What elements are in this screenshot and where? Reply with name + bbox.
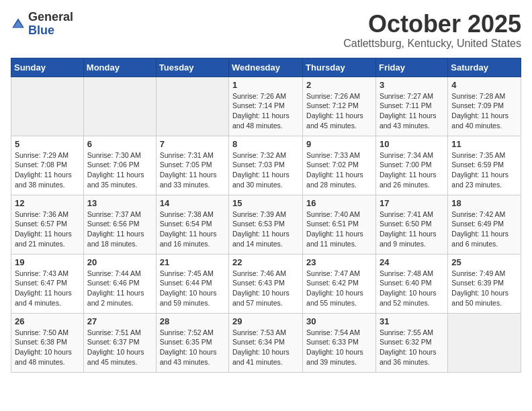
day-info: Sunrise: 7:53 AM Sunset: 6:34 PM Dayligh… [232,328,299,367]
day-number: 30 [306,316,372,326]
day-number: 10 [380,139,444,149]
calendar-cell: 27Sunrise: 7:51 AM Sunset: 6:37 PM Dayli… [83,313,156,372]
calendar-cell: 7Sunrise: 7:31 AM Sunset: 7:05 PM Daylig… [156,136,228,195]
logo-icon [11,17,26,32]
day-info: Sunrise: 7:47 AM Sunset: 6:42 PM Dayligh… [306,269,372,308]
logo-text-general: General [28,11,73,24]
calendar-cell: 5Sunrise: 7:29 AM Sunset: 7:08 PM Daylig… [11,136,84,195]
day-info: Sunrise: 7:39 AM Sunset: 6:53 PM Dayligh… [232,210,299,249]
day-number: 13 [87,198,152,208]
day-number: 3 [380,80,444,90]
day-info: Sunrise: 7:28 AM Sunset: 7:09 PM Dayligh… [451,91,517,131]
calendar-week-3: 12Sunrise: 7:36 AM Sunset: 6:57 PM Dayli… [11,195,521,254]
day-info: Sunrise: 7:44 AM Sunset: 6:46 PM Dayligh… [87,269,152,308]
calendar-cell [448,313,521,372]
day-number: 27 [87,316,152,326]
location-title: Catlettsburg, Kentucky, United States [343,38,521,50]
calendar-cell: 11Sunrise: 7:35 AM Sunset: 6:59 PM Dayli… [448,136,521,195]
day-info: Sunrise: 7:31 AM Sunset: 7:05 PM Dayligh… [160,150,225,190]
calendar-cell: 16Sunrise: 7:40 AM Sunset: 6:51 PM Dayli… [303,195,376,254]
day-info: Sunrise: 7:35 AM Sunset: 6:59 PM Dayligh… [451,150,517,190]
day-info: Sunrise: 7:29 AM Sunset: 7:08 PM Dayligh… [15,150,80,190]
day-info: Sunrise: 7:26 AM Sunset: 7:14 PM Dayligh… [232,91,299,131]
calendar-cell: 8Sunrise: 7:32 AM Sunset: 7:03 PM Daylig… [229,136,303,195]
day-number: 5 [15,139,80,149]
calendar-cell: 14Sunrise: 7:38 AM Sunset: 6:54 PM Dayli… [156,195,228,254]
calendar-cell: 3Sunrise: 7:27 AM Sunset: 7:11 PM Daylig… [375,77,447,136]
calendar-header-row: SundayMondayTuesdayWednesdayThursdayFrid… [11,58,521,77]
calendar-cell: 30Sunrise: 7:54 AM Sunset: 6:33 PM Dayli… [303,313,376,372]
day-info: Sunrise: 7:41 AM Sunset: 6:50 PM Dayligh… [380,210,444,249]
day-number: 24 [380,257,444,267]
calendar-cell: 24Sunrise: 7:48 AM Sunset: 6:40 PM Dayli… [375,254,447,313]
day-info: Sunrise: 7:50 AM Sunset: 6:38 PM Dayligh… [15,328,80,367]
day-number: 1 [232,80,299,90]
day-number: 19 [15,257,80,267]
page-header: General Blue October 2025 Catlettsburg, … [11,11,521,50]
day-info: Sunrise: 7:40 AM Sunset: 6:51 PM Dayligh… [306,210,372,249]
day-info: Sunrise: 7:51 AM Sunset: 6:37 PM Dayligh… [87,328,152,367]
calendar-cell: 13Sunrise: 7:37 AM Sunset: 6:56 PM Dayli… [83,195,156,254]
day-number: 12 [15,198,80,208]
day-number: 4 [451,80,517,90]
day-info: Sunrise: 7:49 AM Sunset: 6:39 PM Dayligh… [451,269,517,308]
header-day-monday: Monday [83,58,156,77]
day-info: Sunrise: 7:42 AM Sunset: 6:49 PM Dayligh… [451,210,517,249]
calendar-cell: 12Sunrise: 7:36 AM Sunset: 6:57 PM Dayli… [11,195,84,254]
calendar-week-4: 19Sunrise: 7:43 AM Sunset: 6:47 PM Dayli… [11,254,521,313]
day-number: 28 [160,316,225,326]
day-number: 21 [160,257,225,267]
day-number: 11 [451,139,517,149]
calendar-cell: 15Sunrise: 7:39 AM Sunset: 6:53 PM Dayli… [229,195,303,254]
header-day-friday: Friday [375,58,447,77]
calendar-cell: 2Sunrise: 7:26 AM Sunset: 7:12 PM Daylig… [303,77,376,136]
calendar-cell: 9Sunrise: 7:33 AM Sunset: 7:02 PM Daylig… [303,136,376,195]
day-info: Sunrise: 7:48 AM Sunset: 6:40 PM Dayligh… [380,269,444,308]
day-info: Sunrise: 7:30 AM Sunset: 7:06 PM Dayligh… [87,150,152,190]
calendar-cell: 26Sunrise: 7:50 AM Sunset: 6:38 PM Dayli… [11,313,84,372]
day-number: 2 [306,80,372,90]
day-number: 16 [306,198,372,208]
day-info: Sunrise: 7:33 AM Sunset: 7:02 PM Dayligh… [306,150,372,190]
calendar-cell [156,77,228,136]
day-number: 8 [232,139,299,149]
calendar-cell: 17Sunrise: 7:41 AM Sunset: 6:50 PM Dayli… [375,195,447,254]
calendar-week-5: 26Sunrise: 7:50 AM Sunset: 6:38 PM Dayli… [11,313,521,372]
calendar-week-1: 1Sunrise: 7:26 AM Sunset: 7:14 PM Daylig… [11,77,521,136]
title-block: October 2025 Catlettsburg, Kentucky, Uni… [343,11,521,50]
calendar-table: SundayMondayTuesdayWednesdayThursdayFrid… [11,58,521,373]
day-info: Sunrise: 7:52 AM Sunset: 6:35 PM Dayligh… [160,328,225,367]
day-number: 7 [160,139,225,149]
day-number: 26 [15,316,80,326]
calendar-cell: 29Sunrise: 7:53 AM Sunset: 6:34 PM Dayli… [229,313,303,372]
header-day-thursday: Thursday [303,58,376,77]
calendar-cell: 10Sunrise: 7:34 AM Sunset: 7:00 PM Dayli… [375,136,447,195]
calendar-cell: 25Sunrise: 7:49 AM Sunset: 6:39 PM Dayli… [448,254,521,313]
day-info: Sunrise: 7:34 AM Sunset: 7:00 PM Dayligh… [380,150,444,190]
calendar-cell: 6Sunrise: 7:30 AM Sunset: 7:06 PM Daylig… [83,136,156,195]
day-number: 15 [232,198,299,208]
header-day-wednesday: Wednesday [229,58,303,77]
day-number: 17 [380,198,444,208]
day-info: Sunrise: 7:38 AM Sunset: 6:54 PM Dayligh… [160,210,225,249]
day-info: Sunrise: 7:45 AM Sunset: 6:44 PM Dayligh… [160,269,225,308]
day-number: 22 [232,257,299,267]
day-info: Sunrise: 7:55 AM Sunset: 6:32 PM Dayligh… [380,328,444,367]
day-number: 18 [451,198,517,208]
calendar-week-2: 5Sunrise: 7:29 AM Sunset: 7:08 PM Daylig… [11,136,521,195]
calendar-cell: 1Sunrise: 7:26 AM Sunset: 7:14 PM Daylig… [229,77,303,136]
day-number: 23 [306,257,372,267]
month-title: October 2025 [343,11,521,38]
calendar-cell [83,77,156,136]
logo: General Blue [11,11,73,38]
day-number: 14 [160,198,225,208]
day-info: Sunrise: 7:27 AM Sunset: 7:11 PM Dayligh… [380,91,444,131]
calendar-cell: 18Sunrise: 7:42 AM Sunset: 6:49 PM Dayli… [448,195,521,254]
calendar-cell: 19Sunrise: 7:43 AM Sunset: 6:47 PM Dayli… [11,254,84,313]
day-number: 31 [380,316,444,326]
day-info: Sunrise: 7:32 AM Sunset: 7:03 PM Dayligh… [232,150,299,190]
day-number: 6 [87,139,152,149]
header-day-sunday: Sunday [11,58,84,77]
calendar-cell: 22Sunrise: 7:46 AM Sunset: 6:43 PM Dayli… [229,254,303,313]
calendar-cell: 28Sunrise: 7:52 AM Sunset: 6:35 PM Dayli… [156,313,228,372]
